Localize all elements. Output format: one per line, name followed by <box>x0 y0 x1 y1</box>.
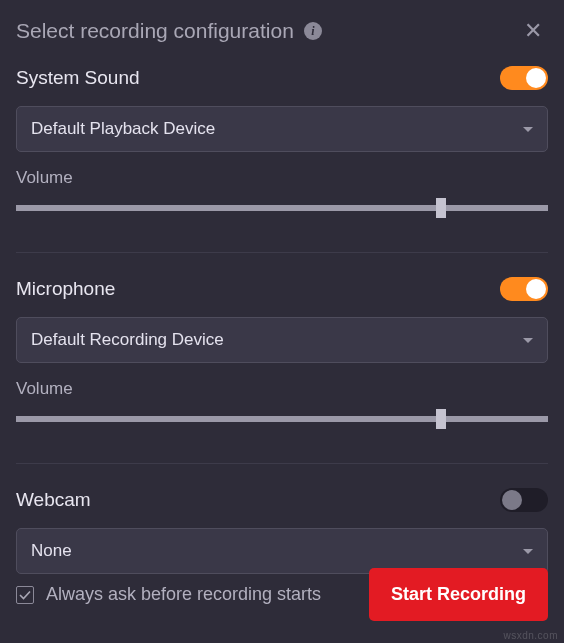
webcam-title: Webcam <box>16 489 91 511</box>
microphone-device-value: Default Recording Device <box>31 330 224 350</box>
system-sound-device-value: Default Playback Device <box>31 119 215 139</box>
page-title: Select recording configuration <box>16 19 294 43</box>
always-ask-checkbox[interactable] <box>16 586 34 604</box>
webcam-toggle[interactable] <box>500 488 548 512</box>
chevron-down-icon <box>523 127 533 132</box>
slider-thumb[interactable] <box>436 198 446 218</box>
check-icon <box>19 589 31 601</box>
system-sound-volume-slider[interactable] <box>16 198 548 218</box>
microphone-volume-slider[interactable] <box>16 409 548 429</box>
chevron-down-icon <box>523 338 533 343</box>
always-ask-label: Always ask before recording starts <box>46 584 321 605</box>
system-sound-title: System Sound <box>16 67 140 89</box>
close-icon[interactable]: ✕ <box>518 18 548 44</box>
microphone-title: Microphone <box>16 278 115 300</box>
start-recording-button[interactable]: Start Recording <box>369 568 548 621</box>
slider-thumb[interactable] <box>436 409 446 429</box>
microphone-toggle[interactable] <box>500 277 548 301</box>
microphone-volume-label: Volume <box>16 379 548 399</box>
microphone-section: Microphone Default Recording Device Volu… <box>0 267 564 449</box>
slider-track <box>16 416 548 422</box>
watermark: wsxdn.com <box>503 630 558 641</box>
system-sound-toggle[interactable] <box>500 66 548 90</box>
system-sound-device-select[interactable]: Default Playback Device <box>16 106 548 152</box>
divider <box>16 463 548 464</box>
system-sound-volume-label: Volume <box>16 168 548 188</box>
divider <box>16 252 548 253</box>
slider-track <box>16 205 548 211</box>
system-sound-section: System Sound Default Playback Device Vol… <box>0 56 564 238</box>
info-icon[interactable]: i <box>304 22 322 40</box>
microphone-device-select[interactable]: Default Recording Device <box>16 317 548 363</box>
